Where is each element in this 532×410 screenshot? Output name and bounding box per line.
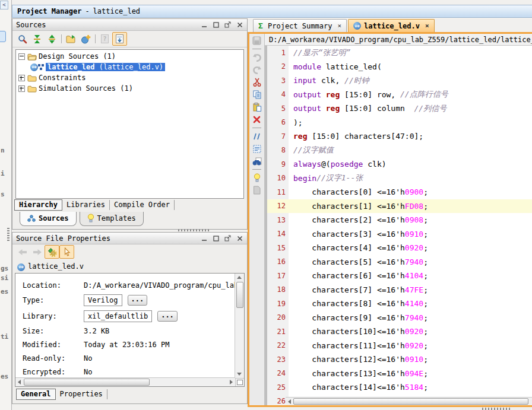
copy-icon [253, 90, 261, 99]
vertical-splitter-grip[interactable] [7, 228, 10, 242]
editor-delete-button[interactable] [251, 113, 263, 126]
collapse-icon[interactable] [18, 53, 25, 60]
properties-minimize-button[interactable] [200, 235, 208, 242]
code-line[interactable]: 22 characters[11]<=16'h0920; [265, 339, 532, 353]
editor-save-button [251, 34, 263, 47]
tree-item-label[interactable]: Design Sources (1) [39, 52, 116, 61]
line-number: 25 [265, 380, 289, 395]
folder-icon [27, 74, 37, 82]
sources-toolbar-collapse-all-button[interactable] [30, 32, 45, 46]
editor-lightbulb-button[interactable] [251, 171, 263, 184]
expand-icon[interactable] [18, 85, 25, 92]
tree-row[interactable]: Constraints [16, 72, 243, 83]
sources-minimize-button[interactable] [200, 21, 208, 28]
editor-block-select-button[interactable] [251, 142, 263, 155]
tree-row[interactable]: Simulation Sources (1) [16, 83, 243, 94]
tree-row[interactable]: Design Sources (1) [16, 51, 243, 62]
panel-tab-sources[interactable]: Sources [20, 212, 77, 226]
sources-close-button[interactable] [236, 21, 243, 28]
editor-tab-lattice-led-v[interactable]: velattice_led.v× [348, 19, 435, 32]
properties-vertical-scrollbar[interactable] [235, 274, 244, 378]
sources-toolbar-scroll-to-selected-button[interactable] [112, 32, 127, 46]
browse-button[interactable]: ... [157, 311, 178, 322]
property-value: No [84, 368, 92, 376]
tab-general[interactable]: General [16, 389, 56, 400]
properties-toolbar-edit-properties-button[interactable] [45, 245, 59, 259]
code-line[interactable]: 3input clk, //时钟 [265, 74, 532, 88]
properties-close-button[interactable] [236, 235, 243, 242]
code-line[interactable]: 5output reg [15:0] column //列信号 [265, 101, 532, 116]
collapse-panel-button[interactable]: < [0, 1, 8, 9]
code-line[interactable]: 16 characters[5] <=16'h7940; [265, 255, 532, 269]
code-line[interactable]: 17 characters[6] <=16'h4104; [265, 269, 532, 283]
editor-copy-button[interactable] [251, 88, 263, 101]
browse-button[interactable]: ... [128, 295, 148, 306]
tab-close-icon[interactable]: × [337, 22, 341, 30]
properties-toolbar-select-button[interactable] [59, 245, 74, 259]
code-line[interactable]: 4output reg [15:0] row, //点阵行信号 [265, 88, 532, 102]
maximize-icon [213, 22, 219, 28]
properties-float-button[interactable] [224, 235, 232, 242]
tab-libraries[interactable]: Libraries [62, 200, 110, 210]
tab-close-icon[interactable]: × [425, 22, 429, 30]
code-line[interactable]: 19 characters[8] <=16'h4140; [265, 297, 532, 311]
selected-file-name: lattice_led.v [28, 262, 84, 271]
code-line[interactable]: 7reg [15:0] characters[47:0]; [265, 129, 532, 144]
panel-tab-templates[interactable]: Templates [80, 212, 144, 226]
tree-item-label[interactable]: lattice_led (lattice_led.v) [46, 63, 165, 71]
sources-toolbar-expand-all-button[interactable] [45, 32, 59, 46]
code-line[interactable]: 9always@(posedge clk) [265, 157, 532, 171]
sources-toolbar-separator [61, 34, 62, 43]
save-icon [252, 36, 261, 45]
detach-box[interactable] [235, 378, 244, 386]
code-line[interactable]: 1//显示“张艺明” [265, 46, 532, 60]
code-line[interactable]: 13 characters[2] <=16'h0908; [265, 213, 532, 227]
sources-toolbar-search-button[interactable] [15, 32, 30, 46]
code-line[interactable]: 21 characters[10]<=16'h0920; [265, 325, 532, 339]
tree-row[interactable]: velattice_led (lattice_led.v) [16, 62, 243, 72]
horizontal-splitter-grip[interactable] [178, 229, 211, 231]
property-value-input[interactable]: xil_defaultlib [84, 310, 152, 322]
code-line[interactable]: 23 characters[12]<=16'h0910; [265, 352, 532, 367]
sources-panel-header: Sources [12, 19, 247, 31]
code-line[interactable]: 6); [265, 116, 532, 130]
properties-maximize-button[interactable] [212, 235, 220, 242]
code-line[interactable]: 14 characters[3] <=16'h0910; [265, 227, 532, 241]
editor-cut-button[interactable] [251, 76, 263, 88]
editor-splitter-grip[interactable] [482, 408, 511, 410]
code-line[interactable]: 18 characters[7] <=16'h47FE; [265, 283, 532, 297]
tab-properties[interactable]: Properties [56, 389, 107, 399]
properties-horizontal-scrollbar[interactable] [15, 377, 235, 386]
tab-hierarchy[interactable]: Hierarchy [14, 199, 62, 211]
editor-horizontal-scrollbar[interactable] [286, 397, 532, 405]
sources-toolbar-add-sources-button[interactable] [78, 32, 93, 46]
code-line[interactable]: 10begin//汉字1--张 [265, 171, 532, 186]
code-line[interactable]: 24 characters[13]<=16'h094E; [265, 367, 532, 381]
editor-comment-button[interactable] [251, 130, 263, 142]
editor-toolbar-separator [252, 49, 261, 49]
sources-maximize-button[interactable] [212, 21, 220, 28]
code-line[interactable]: 25 characters[14]<=16'h5184; [265, 380, 532, 395]
property-label: Read-only: [23, 354, 84, 363]
tree-item-label[interactable]: Constraints [39, 74, 86, 82]
code-line[interactable]: 2module lattice_led( [265, 60, 532, 74]
code-text: always@(posedge clk) [289, 157, 387, 171]
code-line[interactable]: 12 characters[1] <=16'hFD08; [265, 199, 532, 214]
tab-compile-order[interactable]: Compile Order [110, 200, 175, 210]
open-file-icon [66, 34, 76, 43]
tree-item-label[interactable]: Simulation Sources (1) [39, 84, 133, 93]
code-line[interactable]: 11 characters[0] <=16'h0900; [265, 185, 532, 199]
code-line[interactable]: 15 characters[4] <=16'h0920; [265, 241, 532, 255]
editor-paste-button[interactable] [251, 101, 263, 113]
code-line[interactable]: 20 characters[9] <=16'h7940; [265, 311, 532, 325]
expand-icon[interactable] [18, 75, 25, 81]
code-editor[interactable]: 1//显示“张艺明”2module lattice_led(3input clk… [265, 46, 532, 405]
line-number: 15 [265, 241, 289, 255]
editor-find-button[interactable] [251, 155, 263, 167]
sources-float-button[interactable] [224, 21, 232, 28]
clipped-text-fragment: si [1, 274, 9, 282]
sources-toolbar-open-file-button[interactable] [64, 32, 78, 46]
code-line[interactable]: 8//汉字赋值 [265, 144, 532, 158]
property-value-input[interactable]: Verilog [84, 294, 122, 306]
editor-tab-project-summary[interactable]: ΣProject Summary× [253, 19, 347, 32]
